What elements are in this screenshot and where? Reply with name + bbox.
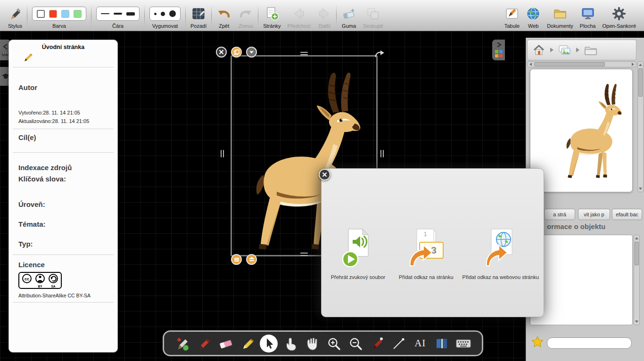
redo-button[interactable]: Znovu	[235, 1, 256, 31]
zoom-in-icon[interactable]	[325, 334, 343, 353]
line-tool-icon[interactable]	[389, 334, 407, 353]
set-as-background-button[interactable]: vit jako p	[578, 209, 610, 220]
eraser-size-medium[interactable]	[161, 12, 165, 16]
zoom-out-icon[interactable]	[347, 334, 364, 353]
virtual-keyboard-icon[interactable]	[454, 334, 472, 353]
link-to-web-option[interactable]: Přidat odkaz na webovou stránku	[460, 214, 542, 280]
scroll-up-arrow-icon[interactable]	[638, 62, 643, 67]
line-width-widget	[96, 7, 140, 21]
toolbar-label: Stylus	[8, 23, 22, 29]
bring-forward-button[interactable]	[246, 254, 257, 265]
highlighter-tool-icon[interactable]	[239, 334, 256, 353]
stylus-tools-icon[interactable]	[173, 334, 191, 353]
selection-bottom-handle[interactable]	[300, 253, 308, 256]
document-metadata-panel: Úvodní stránka Autor Vytvořeno:28. 11. 1…	[8, 40, 118, 353]
object-info-textarea[interactable]	[530, 235, 633, 325]
scrollbar-thumb[interactable]	[534, 62, 605, 66]
favorite-star-icon[interactable]	[531, 336, 544, 349]
created-row: Vytvořeno:28. 11. 14 21:05	[18, 110, 80, 115]
object-info-heading: ormace o objektu	[547, 222, 605, 230]
settings-menu-button[interactable]: Open-Sankoré	[599, 1, 639, 31]
toolbar-separator	[91, 5, 91, 27]
pictures-folder-icon[interactable]	[558, 44, 571, 56]
selection-menu-button[interactable]	[246, 47, 257, 57]
link-to-page-option[interactable]: 1 3 Přidat odkaz na stránku	[393, 214, 460, 280]
home-icon[interactable]	[532, 44, 545, 56]
toolbar-separator	[211, 5, 212, 27]
eraser-size-large[interactable]	[169, 10, 176, 17]
top-toolbar: Stylus Barva Čá	[0, 0, 644, 31]
add-to-page-button[interactable]: a strá	[544, 209, 575, 220]
divider	[13, 67, 114, 67]
line-width-thin[interactable]	[101, 13, 109, 14]
library-input[interactable]	[547, 337, 632, 349]
selection-left-handle[interactable]	[221, 150, 224, 157]
color-swatch-red[interactable]	[49, 10, 57, 18]
selector-tool-icon[interactable]	[260, 334, 278, 353]
stylus-tool-button[interactable]: Stylus	[5, 1, 25, 31]
selection-right-handle[interactable]	[380, 150, 384, 157]
option-label: Přehrát zvukový soubor	[331, 274, 386, 280]
gazelle-thumbnail-image	[556, 76, 628, 186]
scroll-down-arrow-icon[interactable]	[635, 319, 639, 324]
pen-tool-icon[interactable]	[195, 334, 213, 353]
next-page-button[interactable]: Další	[314, 1, 335, 31]
eraser-button[interactable]: Guma	[338, 1, 360, 31]
selected-object-thumbnail[interactable]	[530, 69, 633, 192]
documents-mode-button[interactable]: Dokumenty	[544, 1, 577, 31]
updated-value: 28. 11. 14 21:05	[52, 118, 90, 124]
selection-close-button[interactable]	[216, 47, 227, 57]
line-width-medium[interactable]	[114, 13, 122, 15]
set-default-background-button[interactable]: efault bac	[612, 209, 642, 220]
stylus-icon	[8, 6, 22, 22]
line-width-thick[interactable]	[126, 12, 135, 16]
toolbar-label: Tabule	[504, 23, 520, 29]
web-mode-button[interactable]: Web	[523, 1, 544, 31]
document-title: Úvodní stránka	[9, 44, 117, 50]
scroll-right-arrow-icon[interactable]	[630, 62, 636, 66]
license-text: Attribution-ShareAlike CC BY-SA	[18, 293, 91, 298]
level-label: Úroveň:	[18, 200, 45, 208]
eraser-tool-icon[interactable]	[217, 334, 235, 353]
toolbar-label: Pozadí	[190, 23, 206, 29]
scrollbar-thumb[interactable]	[635, 242, 639, 265]
svg-text:cc: cc	[25, 277, 29, 281]
scrollbar-thumb[interactable]	[638, 68, 643, 97]
text-tool-icon[interactable]: AI	[411, 334, 429, 353]
selection-duplicate-button[interactable]	[231, 47, 242, 57]
send-backward-button[interactable]	[231, 254, 242, 265]
color-swatch-white[interactable]	[37, 10, 45, 18]
toolbar-label: Open-Sankoré	[602, 23, 636, 29]
color-swatch-green[interactable]	[74, 10, 82, 18]
scroll-up-arrow-icon[interactable]	[635, 236, 639, 241]
object-info-scrollbar[interactable]	[634, 235, 640, 325]
pages-button[interactable]: Stránky	[260, 1, 284, 31]
edit-pencil-icon[interactable]	[23, 52, 33, 63]
laser-pointer-icon[interactable]	[368, 334, 386, 353]
scroll-left-arrow-icon[interactable]	[528, 62, 533, 66]
library-tool-icon[interactable]	[433, 334, 451, 353]
group-button[interactable]: Seskupit	[360, 1, 386, 31]
interact-finger-icon[interactable]	[281, 334, 299, 353]
rotate-handle-icon[interactable]	[374, 50, 385, 61]
dialog-close-button[interactable]	[319, 169, 330, 180]
color-swatch-blue[interactable]	[61, 10, 69, 18]
board-mode-button[interactable]: Tabule	[501, 1, 523, 31]
previous-page-button[interactable]: Předchozí	[284, 1, 314, 31]
background-button[interactable]: Pozadí	[187, 1, 210, 31]
scroll-down-arrow-icon[interactable]	[638, 186, 643, 191]
library-shortcut-tab[interactable]	[492, 40, 505, 60]
undo-button[interactable]: Zpět	[213, 1, 235, 31]
current-folder-icon[interactable]	[584, 44, 597, 56]
cc-by-sa-badge: cc BY SA	[18, 272, 62, 289]
toolbar-label: Stránky	[263, 23, 281, 29]
library-vertical-scrollbar[interactable]	[637, 61, 644, 192]
open-sankore-window: Stylus Barva Čá	[0, 0, 644, 361]
desktop-mode-button[interactable]: Plocha	[577, 1, 599, 31]
selection-top-handle[interactable]	[300, 52, 308, 55]
goals-heading: Cíl(e)	[18, 133, 36, 141]
hand-pan-icon[interactable]	[303, 334, 321, 353]
play-audio-option[interactable]: Přehrát zvukový soubor	[323, 214, 393, 280]
eraser-size-small[interactable]	[154, 13, 157, 15]
library-horizontal-scrollbar[interactable]	[527, 61, 636, 67]
